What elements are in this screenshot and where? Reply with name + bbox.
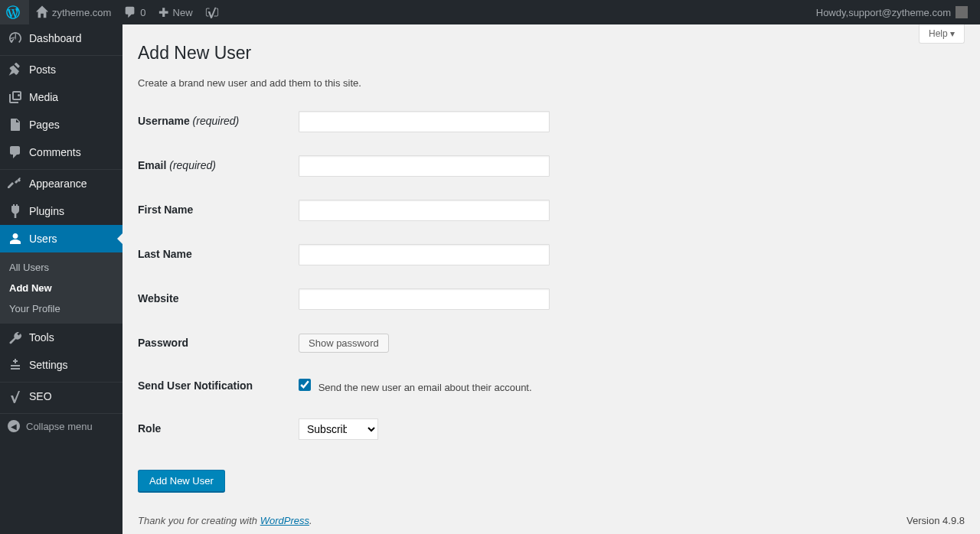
label-website: Website [138,277,291,321]
footer: Thank you for creating with WordPress. V… [138,515,965,526]
email-input[interactable] [299,155,550,177]
settings-icon [8,357,23,373]
comments-count: 0 [140,7,145,18]
appearance-icon [8,176,23,191]
submenu-all-users[interactable]: All Users [0,257,122,278]
send-notification-text: Send the new user an email about their a… [318,382,532,393]
sidebar-label-media: Media [29,91,58,103]
sidebar-item-dashboard[interactable]: Dashboard [0,24,122,52]
submenu-add-new[interactable]: Add New [0,278,122,298]
collapse-menu[interactable]: ◀ Collapse menu [0,414,122,438]
label-email: Email (required) [138,144,291,188]
sidebar-item-comments[interactable]: Comments [0,138,122,166]
sidebar-label-comments: Comments [29,146,81,158]
footer-thanks: Thank you for creating with [138,515,260,526]
plus-icon: ✚ [158,5,168,20]
howdy-user: support@zytheme.com [848,7,951,18]
sidebar-label-posts: Posts [29,63,56,76]
role-select[interactable]: Subscriber [299,418,378,440]
pin-icon [8,62,23,77]
first-name-input[interactable] [299,200,550,221]
sidebar-item-tools[interactable]: Tools [0,324,122,351]
add-new-user-button[interactable]: Add New User [138,470,225,492]
home-icon [35,5,49,19]
sidebar-item-appearance[interactable]: Appearance [0,170,122,197]
plugins-icon [8,204,23,219]
comments-link[interactable]: 0 [117,0,152,24]
show-password-button[interactable]: Show password [299,334,389,353]
site-name-link[interactable]: zytheme.com [29,0,117,24]
wordpress-link[interactable]: WordPress [260,515,309,526]
last-name-input[interactable] [299,244,550,265]
username-input[interactable] [299,111,550,132]
comment-icon [123,5,137,19]
sidebar-item-plugins[interactable]: Plugins [0,197,122,225]
admin-sidebar: Dashboard Posts Media Pages Comments App… [0,24,122,534]
send-notification-wrapper[interactable]: Send the new user an email about their a… [299,382,532,393]
sidebar-item-users[interactable]: Users [0,225,122,252]
help-tab[interactable]: Help ▾ [919,24,965,44]
submenu-your-profile[interactable]: Your Profile [0,298,122,319]
label-password: Password [138,321,291,364]
media-icon [8,90,23,105]
page-description: Create a brand new user and add them to … [138,77,965,89]
sidebar-item-settings[interactable]: Settings [0,351,122,379]
seo-admin-item[interactable] [199,0,228,24]
sidebar-label-settings: Settings [29,359,68,371]
users-icon [8,231,23,246]
dashboard-icon [8,31,23,46]
sidebar-label-tools: Tools [29,331,54,344]
sidebar-label-dashboard: Dashboard [29,32,82,44]
website-input[interactable] [299,288,550,310]
send-notification-checkbox[interactable] [299,379,311,391]
sidebar-label-pages: Pages [29,119,60,131]
label-username: Username (required) [138,99,291,144]
content-area: Help ▾ Add New User Create a brand new u… [122,24,980,534]
site-name: zytheme.com [52,7,111,18]
sidebar-item-pages[interactable]: Pages [0,111,122,138]
version-text: Version 4.9.8 [906,515,965,526]
sidebar-label-seo: SEO [29,390,52,402]
wordpress-icon [6,5,20,19]
add-user-form: Username (required) Email (required) Fir… [138,99,557,451]
wp-logo-link[interactable] [0,0,29,24]
sidebar-item-media[interactable]: Media [0,83,122,111]
admin-bar: zytheme.com 0 ✚ New Howdy, support@zythe… [0,0,980,24]
users-submenu: All Users Add New Your Profile [0,252,122,324]
sidebar-label-plugins: Plugins [29,205,64,217]
label-role: Role [138,407,291,451]
howdy-prefix: Howdy, [816,7,848,18]
page-title: Add New User [138,32,965,67]
avatar [956,6,968,18]
comments-icon [8,145,23,160]
label-send-notification: Send User Notification [138,364,291,407]
label-last-name: Last Name [138,233,291,277]
my-account-link[interactable]: Howdy, support@zytheme.com [810,0,974,24]
label-first-name: First Name [138,188,291,233]
new-content-link[interactable]: ✚ New [152,0,199,24]
new-label: New [173,7,193,18]
sidebar-item-seo[interactable]: SEO [0,383,122,410]
pages-icon [8,117,23,132]
collapse-label: Collapse menu [26,421,93,432]
yoast-icon [205,5,219,19]
sidebar-label-appearance: Appearance [29,177,87,190]
tools-icon [8,330,23,345]
sidebar-item-posts[interactable]: Posts [0,56,122,83]
sidebar-label-users: Users [29,233,57,245]
collapse-icon: ◀ [8,420,20,432]
seo-icon [8,389,23,404]
